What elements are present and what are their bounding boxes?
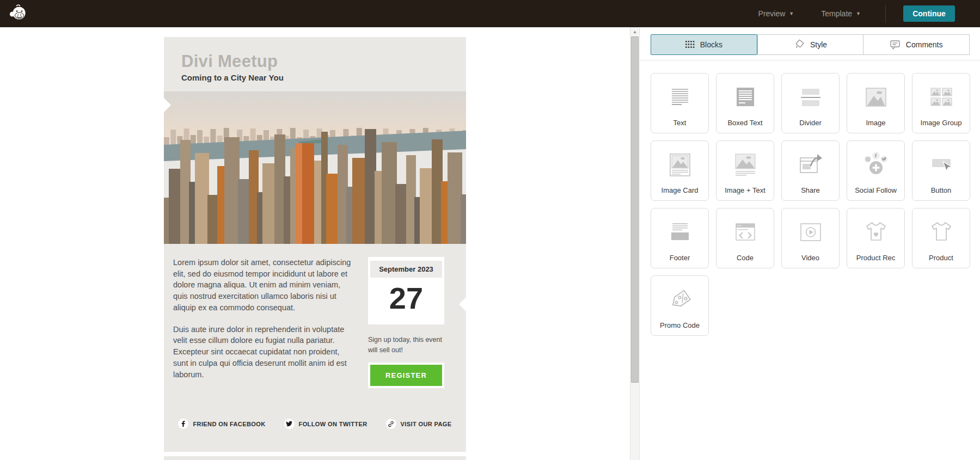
top-bar: Preview ▼ Template ▼ Continue bbox=[0, 0, 980, 27]
footer-icon bbox=[665, 208, 695, 254]
chevron-down-icon: ▼ bbox=[856, 11, 861, 16]
vertical-scrollbar[interactable]: ▲ bbox=[630, 27, 640, 460]
block-tile-label: Social Follow bbox=[855, 186, 897, 200]
email-preview-canvas[interactable]: Divi Meetup Coming to a City Near You Lo… bbox=[164, 37, 466, 452]
share-icon bbox=[795, 141, 826, 186]
tab-comments-label: Comments bbox=[906, 40, 943, 49]
block-tile-divider[interactable]: Divider bbox=[781, 73, 840, 133]
email-builder-app: Preview ▼ Template ▼ Continue Divi Meetu… bbox=[0, 0, 980, 460]
tab-blocks-label: Blocks bbox=[700, 40, 722, 49]
facebook-link[interactable]: FRIEND ON FACEBOOK bbox=[178, 419, 265, 429]
event-day: 27 bbox=[370, 278, 442, 324]
template-menu[interactable]: Template ▼ bbox=[821, 9, 861, 18]
block-tile-button[interactable]: Button bbox=[912, 140, 970, 201]
block-tile-label: Share bbox=[801, 186, 820, 200]
block-tile-promo-code[interactable]: Promo Code bbox=[651, 275, 709, 336]
event-date-card: September 2023 27 bbox=[368, 257, 444, 324]
block-tile-text[interactable]: Text bbox=[651, 73, 709, 133]
link-icon bbox=[386, 419, 396, 429]
email-subtitle: Coming to a City Near You bbox=[181, 73, 466, 82]
register-button[interactable]: REGISTER bbox=[368, 363, 444, 388]
section-marker bbox=[164, 98, 171, 112]
block-tile-product-rec[interactable]: Product Rec bbox=[847, 208, 905, 268]
button-block-icon bbox=[926, 141, 957, 186]
image-plus-text-icon bbox=[730, 141, 761, 186]
block-tile-image-card[interactable]: Image Card bbox=[651, 140, 709, 201]
signup-note: Sign up today, this event will sell out! bbox=[368, 335, 444, 355]
email-body-block[interactable]: Lorem ipsum dolor sit amet, consectetur … bbox=[164, 244, 466, 390]
body-paragraph: Lorem ipsum dolor sit amet, consectetur … bbox=[173, 257, 352, 314]
tab-style-label: Style bbox=[810, 40, 827, 49]
block-tile-footer[interactable]: Footer bbox=[651, 208, 709, 268]
panel-separator bbox=[640, 60, 980, 60]
tab-blocks[interactable]: Blocks bbox=[651, 34, 757, 55]
block-tile-label: Video bbox=[801, 254, 819, 268]
block-tile-label: Footer bbox=[670, 254, 690, 268]
body-paragraph: Duis aute irure dolor in reprehenderit i… bbox=[173, 324, 352, 381]
email-title: Divi Meetup bbox=[181, 52, 466, 71]
comment-icon bbox=[890, 40, 901, 50]
block-tile-share[interactable]: Share bbox=[781, 140, 840, 201]
mailchimp-freddie-logo-icon[interactable] bbox=[8, 4, 27, 23]
tab-style[interactable]: Style bbox=[757, 34, 864, 55]
chevron-down-icon: ▼ bbox=[789, 11, 794, 16]
block-tile-image[interactable]: Image bbox=[847, 73, 905, 133]
twitter-link-label: FOLLOW ON TWITTER bbox=[299, 421, 367, 427]
block-tile-video[interactable]: Video bbox=[781, 208, 840, 268]
block-tile-label: Code bbox=[737, 254, 754, 268]
social-follow-icon bbox=[861, 141, 891, 186]
preview-menu-label: Preview bbox=[758, 9, 786, 18]
section-marker bbox=[459, 297, 466, 311]
block-tile-label: Text bbox=[673, 119, 687, 133]
block-tile-label: Image bbox=[866, 119, 885, 133]
video-icon bbox=[795, 208, 826, 254]
editor-side-panel: Blocks Style Comments bbox=[640, 27, 980, 460]
template-menu-label: Template bbox=[821, 9, 852, 18]
next-email-section-peek[interactable] bbox=[164, 456, 466, 460]
divider-icon bbox=[795, 73, 826, 119]
block-tile-label: Promo Code bbox=[660, 321, 700, 335]
event-sidebar-column: September 2023 27 Sign up today, this ev… bbox=[368, 257, 444, 390]
block-tile-label: Image Card bbox=[661, 186, 699, 200]
block-tile-label: Divider bbox=[799, 119, 821, 133]
twitter-icon bbox=[284, 419, 295, 429]
city-skyline-photo[interactable] bbox=[164, 91, 466, 244]
facebook-icon bbox=[178, 419, 188, 429]
scrollbar-up-arrow-icon[interactable]: ▲ bbox=[630, 29, 639, 34]
body-text-column: Lorem ipsum dolor sit amet, consectetur … bbox=[173, 257, 352, 390]
website-link[interactable]: VISIT OUR PAGE bbox=[386, 419, 452, 429]
scrollbar-thumb[interactable] bbox=[631, 36, 639, 383]
block-tile-label: Image + Text bbox=[725, 186, 765, 200]
block-tile-label: Boxed Text bbox=[727, 119, 762, 133]
panel-tab-bar: Blocks Style Comments bbox=[651, 34, 970, 55]
block-tile-product[interactable]: Product bbox=[912, 208, 970, 268]
block-tile-label: Product Rec bbox=[856, 254, 896, 268]
tab-comments[interactable]: Comments bbox=[863, 34, 970, 55]
twitter-link[interactable]: FOLLOW ON TWITTER bbox=[284, 419, 367, 429]
block-library-grid: Text Boxed Text bbox=[651, 73, 980, 336]
promo-code-icon bbox=[665, 276, 695, 321]
block-tile-social-follow[interactable]: Social Follow bbox=[847, 140, 905, 201]
email-social-footer-block[interactable]: FRIEND ON FACEBOOK FOLLOW ON TWITTER VIS… bbox=[164, 419, 466, 429]
product-rec-icon bbox=[861, 208, 891, 254]
blocks-grid-icon bbox=[685, 41, 695, 48]
image-icon bbox=[861, 73, 891, 119]
continue-button[interactable]: Continue bbox=[903, 5, 955, 22]
product-icon bbox=[926, 208, 957, 254]
website-link-label: VISIT OUR PAGE bbox=[401, 421, 452, 427]
topbar-divider bbox=[885, 5, 886, 23]
block-tile-image-group[interactable]: Image Group bbox=[912, 73, 970, 133]
event-month: September 2023 bbox=[370, 261, 442, 278]
block-tile-label: Image Group bbox=[921, 119, 962, 133]
code-icon bbox=[730, 208, 761, 254]
image-card-icon bbox=[665, 141, 695, 186]
block-tile-label: Product bbox=[929, 254, 953, 268]
boxed-text-icon bbox=[730, 73, 761, 119]
email-header-block[interactable]: Divi Meetup Coming to a City Near You bbox=[164, 37, 466, 82]
image-group-icon bbox=[926, 73, 957, 119]
block-tile-image-plus-text[interactable]: Image + Text bbox=[716, 140, 774, 201]
preview-menu[interactable]: Preview ▼ bbox=[758, 9, 794, 18]
block-tile-code[interactable]: Code bbox=[716, 208, 774, 268]
block-tile-label: Button bbox=[931, 186, 952, 200]
block-tile-boxed-text[interactable]: Boxed Text bbox=[716, 73, 774, 133]
